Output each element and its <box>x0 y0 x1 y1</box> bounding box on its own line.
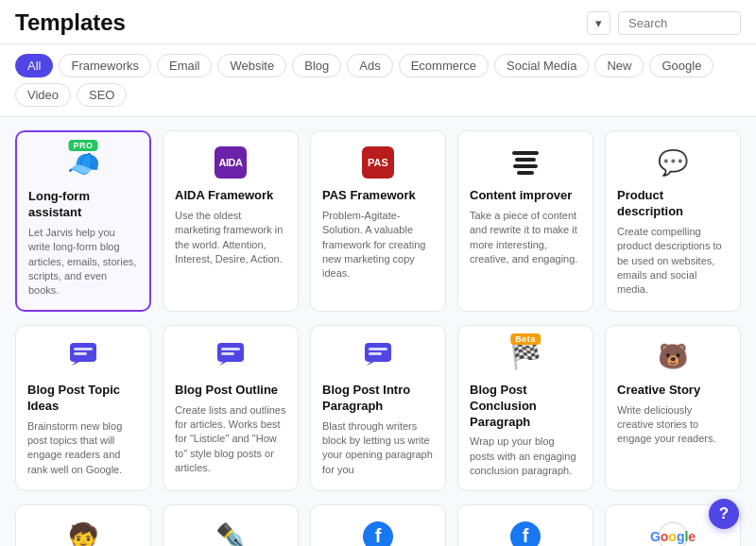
card-pas[interactable]: PASPAS FrameworkProblem-Agitate-Solution… <box>310 130 446 312</box>
svg-marker-3 <box>72 362 79 366</box>
filter-btn-all[interactable]: All <box>15 54 53 77</box>
card-icon-explain-child: 🧒 <box>27 519 139 546</box>
card-content-improver[interactable]: Content improverTake a piece of content … <box>457 130 593 312</box>
svg-rect-6 <box>221 352 234 355</box>
filter-btn-video[interactable]: Video <box>15 83 71 107</box>
card-icon-fb-headline: f <box>322 519 434 546</box>
help-button[interactable]: ? <box>709 499 739 529</box>
card-desc-blog-conclusion: Wrap up your blog posts with an engaging… <box>470 435 581 478</box>
card-desc-creative-story: Write deliciously creative stories to en… <box>617 403 729 447</box>
card-title-blog-conclusion: Blog Post Conclusion Paragraph <box>470 383 581 431</box>
svg-rect-9 <box>369 348 387 350</box>
page-title: Templates <box>15 9 126 36</box>
svg-marker-7 <box>219 362 227 366</box>
card-icon-product-desc: 💬 <box>617 145 729 180</box>
card-title-pas: PAS Framework <box>322 188 434 204</box>
header: Templates ▾ <box>0 0 756 44</box>
card-icon-blog-outline <box>175 339 286 375</box>
card-aida[interactable]: AIDAAIDA FrameworkUse the oldest marketi… <box>163 130 299 312</box>
card-title-blog-intro: Blog Post Intro Paragraph <box>322 383 434 415</box>
card-blog-topic[interactable]: Blog Post Topic IdeasBrainstorm new blog… <box>15 325 151 491</box>
card-icon-creative-story: 🐻 <box>617 339 729 375</box>
card-sentence-expander[interactable]: ✒️Sentence ExpanderExpand a short senten… <box>163 504 299 546</box>
card-blog-conclusion[interactable]: Beta🏁Blog Post Conclusion ParagraphWrap … <box>457 325 593 491</box>
card-icon-aida: AIDA <box>175 145 286 180</box>
main-content: PRO🧢Long-form assistantLet Jarvis help y… <box>0 117 756 546</box>
card-title-blog-outline: Blog Post Outline <box>175 383 286 399</box>
svg-marker-11 <box>367 362 374 366</box>
card-explain-child[interactable]: 🧒Explain It To a ChildRephrase text to m… <box>15 504 151 546</box>
card-creative-story[interactable]: 🐻Creative StoryWrite deliciously creativ… <box>605 325 741 491</box>
card-title-creative-story: Creative Story <box>617 383 729 399</box>
card-badge: Beta <box>510 333 541 345</box>
card-title-blog-topic: Blog Post Topic Ideas <box>27 383 139 415</box>
card-badge: PRO <box>68 140 97 151</box>
search-input[interactable] <box>618 11 741 35</box>
card-fb-primary[interactable]: fFacebook ad primary textCreate high con… <box>457 504 593 546</box>
card-desc-blog-outline: Create lists and outlines for articles. … <box>175 403 286 476</box>
card-row-1: Blog Post Topic IdeasBrainstorm new blog… <box>15 325 741 491</box>
filter-btn-social-media[interactable]: Social Media <box>494 54 589 77</box>
card-desc-long-form: Let Jarvis help you write long-form blog… <box>28 226 138 299</box>
card-icon-content-improver <box>470 145 581 180</box>
filter-bar: AllFrameworksEmailWebsiteBlogAdsEcommerc… <box>0 44 756 117</box>
card-title-content-improver: Content improver <box>470 188 581 204</box>
filter-btn-frameworks[interactable]: Frameworks <box>59 54 151 77</box>
card-title-product-desc: Product description <box>617 188 729 220</box>
svg-rect-5 <box>221 348 240 350</box>
card-desc-blog-intro: Blast through writers block by letting u… <box>322 419 434 478</box>
svg-rect-2 <box>74 352 87 355</box>
card-row-2: 🧒Explain It To a ChildRephrase text to m… <box>15 504 741 546</box>
card-icon-pas: PAS <box>322 145 434 180</box>
card-blog-outline[interactable]: Blog Post OutlineCreate lists and outlin… <box>163 325 299 491</box>
card-desc-content-improver: Take a piece of content and rewrite it t… <box>470 209 581 267</box>
card-blog-intro[interactable]: Blog Post Intro ParagraphBlast through w… <box>310 325 446 491</box>
filter-btn-email[interactable]: Email <box>157 54 213 77</box>
card-row-0: PRO🧢Long-form assistantLet Jarvis help y… <box>15 130 741 312</box>
header-controls: ▾ <box>587 11 741 35</box>
filter-btn-ecommerce[interactable]: Ecommerce <box>399 54 489 77</box>
card-icon-blog-topic <box>27 339 139 375</box>
card-icon-blog-intro <box>322 339 434 375</box>
card-icon-fb-primary: f <box>470 519 581 546</box>
card-fb-headline[interactable]: fFacebook ad headlineGenerate scroll-sto… <box>310 504 446 546</box>
svg-rect-10 <box>369 352 382 355</box>
card-long-form[interactable]: PRO🧢Long-form assistantLet Jarvis help y… <box>15 130 151 312</box>
card-desc-pas: Problem-Agitate-Solution. A valuable fra… <box>322 209 434 282</box>
card-desc-aida: Use the oldest marketing framework in th… <box>175 209 286 267</box>
card-desc-product-desc: Create compelling product descriptions t… <box>617 225 729 298</box>
card-product-desc[interactable]: 💬Product descriptionCreate compelling pr… <box>605 130 741 312</box>
filter-btn-new[interactable]: New <box>594 54 644 77</box>
dropdown-button[interactable]: ▾ <box>587 11 610 35</box>
card-title-long-form: Long-form assistant <box>28 189 138 221</box>
card-title-aida: AIDA Framework <box>175 188 286 204</box>
filter-btn-seo[interactable]: SEO <box>77 83 127 107</box>
filter-btn-google[interactable]: Google <box>649 54 713 77</box>
card-desc-blog-topic: Brainstorm new blog post topics that wil… <box>27 419 139 478</box>
filter-btn-website[interactable]: Website <box>217 54 286 77</box>
filter-btn-blog[interactable]: Blog <box>292 54 341 77</box>
svg-rect-1 <box>74 348 93 350</box>
card-icon-sentence-expander: ✒️ <box>175 519 286 546</box>
filter-btn-ads[interactable]: Ads <box>347 54 392 77</box>
